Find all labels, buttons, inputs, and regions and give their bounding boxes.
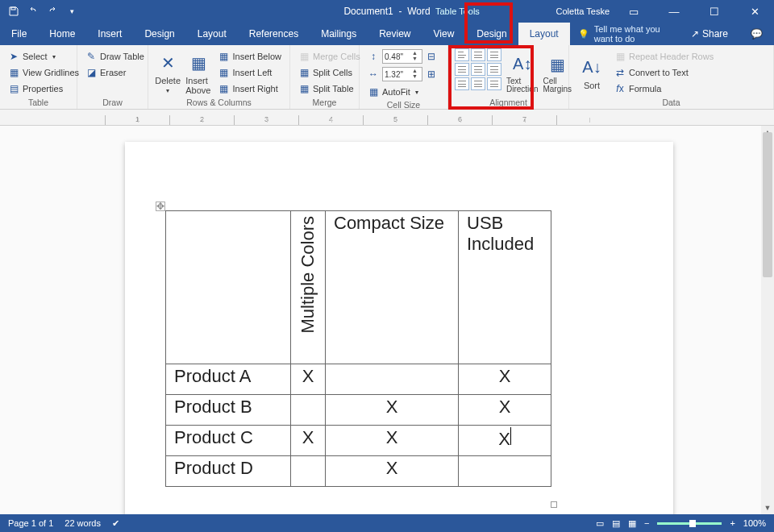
comments-icon[interactable]: 💬 bbox=[739, 28, 774, 39]
zoom-slider-thumb[interactable] bbox=[689, 520, 696, 527]
redo-icon[interactable] bbox=[44, 2, 61, 20]
view-read-icon[interactable]: ▭ bbox=[596, 518, 604, 529]
tab-insert[interactable]: Insert bbox=[86, 23, 133, 45]
share-button[interactable]: ↗ Share bbox=[680, 28, 739, 39]
page-indicator[interactable]: Page 1 of 1 bbox=[8, 518, 53, 528]
undo-icon[interactable] bbox=[24, 2, 42, 20]
document-area[interactable]: ✥ Multiple Colors Compact Size USB Inclu… bbox=[0, 126, 761, 514]
header-col1[interactable]: Multiple Colors bbox=[291, 211, 326, 364]
document-table[interactable]: Multiple Colors Compact Size USB Include… bbox=[165, 210, 551, 487]
close-button[interactable]: ✕ bbox=[739, 0, 771, 23]
page[interactable]: ✥ Multiple Colors Compact Size USB Inclu… bbox=[125, 142, 673, 514]
zoom-slider[interactable] bbox=[657, 522, 722, 525]
insert-below-button[interactable]: ▦Insert Below bbox=[216, 48, 283, 64]
cell-with-cursor[interactable]: X bbox=[459, 426, 551, 456]
cell[interactable]: X bbox=[459, 395, 551, 426]
sort-button[interactable]: A↓Sort bbox=[576, 48, 608, 98]
table-row[interactable]: Product D X bbox=[166, 456, 551, 487]
row-label[interactable]: Product B bbox=[166, 395, 291, 426]
cell[interactable] bbox=[291, 456, 326, 487]
view-web-icon[interactable]: ▦ bbox=[628, 518, 636, 529]
scroll-down-icon[interactable]: ▼ bbox=[761, 501, 774, 514]
formula-button[interactable]: fxFormula bbox=[613, 81, 715, 97]
tab-view[interactable]: View bbox=[422, 23, 466, 45]
tell-me-search[interactable]: 💡 Tell me what you want to do bbox=[570, 24, 680, 44]
scroll-thumb[interactable] bbox=[763, 132, 772, 277]
cell[interactable]: X bbox=[326, 426, 459, 456]
vertical-scrollbar[interactable]: ▲ ▼ bbox=[761, 126, 774, 514]
tab-review[interactable]: Review bbox=[368, 23, 422, 45]
table-row[interactable]: Product C X X X bbox=[166, 426, 551, 456]
insert-left-button[interactable]: ▦Insert Left bbox=[216, 64, 283, 81]
insert-right-button[interactable]: ▦Insert Right bbox=[216, 81, 283, 97]
view-gridlines-button[interactable]: ▦View Gridlines bbox=[6, 64, 81, 81]
tab-file[interactable]: File bbox=[0, 23, 38, 45]
save-icon[interactable] bbox=[5, 2, 23, 20]
cell[interactable] bbox=[291, 395, 326, 426]
distribute-rows-icon[interactable]: ⊟ bbox=[426, 51, 437, 62]
insert-above-button[interactable]: ▦Insert Above bbox=[185, 48, 211, 98]
align-top-center[interactable] bbox=[471, 48, 485, 61]
maximize-button[interactable]: ☐ bbox=[698, 0, 730, 23]
cell[interactable]: X bbox=[459, 364, 551, 395]
delete-button[interactable]: ✕Delete▾ bbox=[155, 48, 181, 98]
horizontal-ruler[interactable]: 1 2 3 4 5 6 7 bbox=[0, 110, 774, 126]
align-mid-right[interactable] bbox=[487, 63, 501, 76]
table-header-row[interactable]: Multiple Colors Compact Size USB Include… bbox=[166, 211, 551, 364]
autofit-button[interactable]: ▦AutoFit▾ bbox=[366, 84, 439, 100]
split-cells-button[interactable]: ▦Split Cells bbox=[297, 64, 362, 81]
tab-layout[interactable]: Layout bbox=[186, 23, 238, 45]
table-row[interactable]: Product B X X bbox=[166, 395, 551, 426]
convert-text-button[interactable]: ⇄Convert to Text bbox=[613, 64, 715, 81]
cell[interactable] bbox=[459, 456, 551, 487]
align-bot-right[interactable] bbox=[487, 77, 501, 90]
table-row[interactable]: Product A X X bbox=[166, 364, 551, 395]
spellcheck-icon[interactable]: ✔ bbox=[112, 518, 119, 529]
cell[interactable]: X bbox=[326, 395, 459, 426]
tab-design[interactable]: Design bbox=[133, 23, 185, 45]
zoom-level[interactable]: 100% bbox=[743, 518, 766, 528]
row-height-input[interactable]: ↕0.48"▲▼⊟ bbox=[366, 48, 439, 64]
distribute-cols-icon[interactable]: ⊞ bbox=[426, 69, 437, 80]
draw-table-button[interactable]: ✎Draw Table bbox=[84, 48, 146, 64]
cell-margins-button[interactable]: ▦Cell Margins bbox=[543, 48, 572, 98]
tab-references[interactable]: References bbox=[238, 23, 310, 45]
split-table-button[interactable]: ▦Split Table bbox=[297, 81, 362, 97]
align-bot-left[interactable] bbox=[455, 77, 469, 90]
view-print-icon[interactable]: ▤ bbox=[612, 518, 620, 529]
table-resize-handle-icon[interactable] bbox=[551, 501, 557, 508]
merge-cells-button[interactable]: ▦Merge Cells bbox=[297, 48, 362, 64]
cell[interactable]: X bbox=[291, 426, 326, 456]
tab-tabletools-layout[interactable]: Layout bbox=[518, 23, 570, 45]
minimize-button[interactable]: — bbox=[658, 0, 690, 23]
align-mid-left[interactable] bbox=[455, 63, 469, 76]
row-label[interactable]: Product A bbox=[166, 364, 291, 395]
align-bot-center[interactable] bbox=[471, 77, 485, 90]
zoom-out-button[interactable]: − bbox=[644, 518, 649, 528]
row-label[interactable]: Product D bbox=[166, 456, 291, 487]
text-direction-button[interactable]: A↕Text Direction bbox=[506, 48, 538, 98]
header-empty[interactable] bbox=[166, 211, 291, 364]
tab-tabletools-design[interactable]: Design bbox=[465, 23, 518, 45]
cell[interactable] bbox=[326, 364, 459, 395]
cell[interactable]: X bbox=[291, 364, 326, 395]
header-col2[interactable]: Compact Size bbox=[326, 211, 459, 364]
align-top-right[interactable] bbox=[487, 48, 501, 61]
header-col3[interactable]: USB Included bbox=[459, 211, 551, 364]
align-mid-center[interactable] bbox=[471, 63, 485, 76]
tab-mailings[interactable]: Mailings bbox=[310, 23, 368, 45]
qat-more-icon[interactable]: ▾ bbox=[63, 2, 81, 20]
repeat-header-rows-button[interactable]: ▦Repeat Header Rows bbox=[613, 48, 715, 64]
tab-home[interactable]: Home bbox=[38, 23, 86, 45]
cell[interactable]: X bbox=[326, 456, 459, 487]
word-count[interactable]: 22 words bbox=[64, 518, 101, 528]
ribbon-options-icon[interactable]: ▭ bbox=[618, 0, 650, 23]
zoom-in-button[interactable]: + bbox=[730, 518, 734, 528]
table-move-handle-icon[interactable]: ✥ bbox=[156, 202, 165, 211]
properties-button[interactable]: ▤Properties bbox=[6, 81, 81, 97]
col-width-input[interactable]: ↔1.32"▲▼⊞ bbox=[366, 66, 439, 82]
select-button[interactable]: ➤Select▾ bbox=[6, 48, 81, 64]
align-top-left[interactable] bbox=[455, 48, 469, 61]
eraser-button[interactable]: ◪Eraser bbox=[84, 64, 146, 81]
row-label[interactable]: Product C bbox=[166, 426, 291, 456]
